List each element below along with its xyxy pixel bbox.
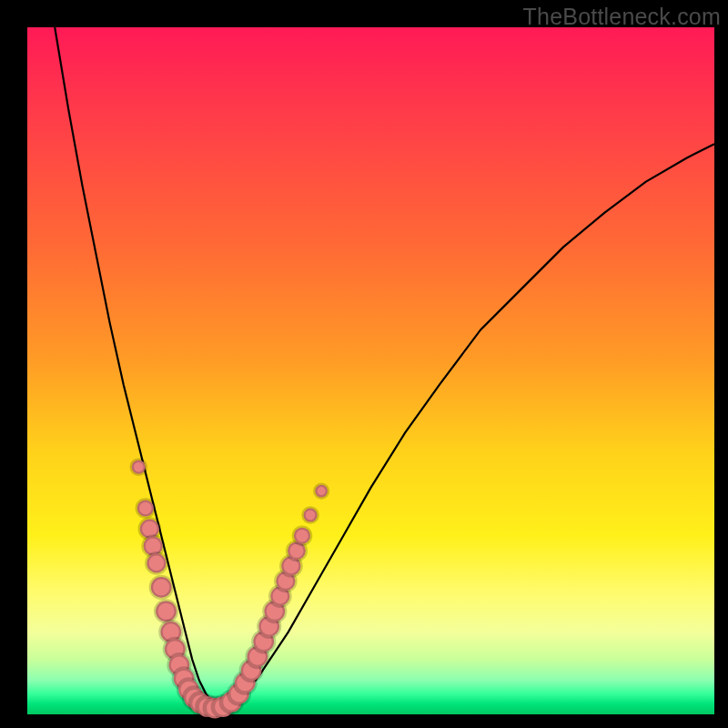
chart-svg — [27, 27, 714, 714]
bottleneck-curve — [55, 27, 714, 707]
chart-frame: TheBottleneck.com — [0, 0, 728, 728]
bead-marker — [147, 553, 166, 572]
bead-marker — [132, 460, 146, 474]
plot-area — [27, 27, 714, 714]
bead-cluster — [132, 460, 328, 719]
bead-marker — [151, 577, 172, 598]
bead-marker — [137, 500, 154, 516]
bead-marker — [156, 601, 177, 622]
bead-marker — [315, 485, 328, 498]
watermark-text: TheBottleneck.com — [523, 4, 721, 30]
bead-marker — [304, 509, 318, 522]
bead-marker — [294, 528, 310, 544]
